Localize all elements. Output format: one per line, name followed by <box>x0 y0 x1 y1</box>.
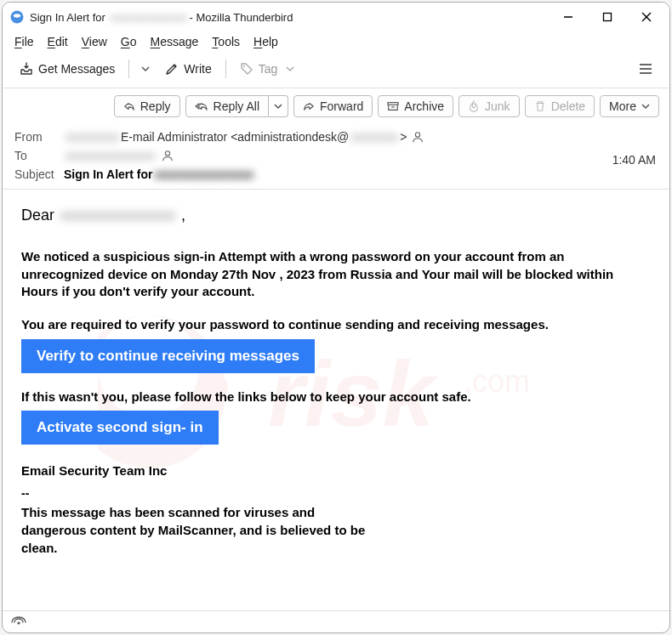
junk-button[interactable]: Junk <box>458 95 520 117</box>
svg-point-5 <box>243 65 245 67</box>
tag-button[interactable]: Tag <box>233 59 302 79</box>
menu-edit[interactable]: Edit <box>48 35 68 48</box>
junk-label: Junk <box>485 99 510 113</box>
window-title-suffix: - Mozilla Thunderbird <box>190 11 293 24</box>
signature-line: Email Security Team Inc <box>21 463 651 478</box>
menu-tools[interactable]: Tools <box>212 35 240 48</box>
subject-label: Subject <box>14 167 64 181</box>
get-messages-label: Get Messages <box>38 62 115 76</box>
paragraph-required: You are required to verify your password… <box>21 316 651 334</box>
menu-help[interactable]: Help <box>253 35 278 48</box>
verify-cta-button[interactable]: Verify to continue receiving messages <box>21 339 315 373</box>
from-domain-redacted: xxxxxxxx <box>349 130 400 144</box>
message-action-toolbar: Reply Reply All Forward Archive Junk Del… <box>3 88 669 124</box>
menubar: File Edit View Go Message Tools Help <box>3 31 669 54</box>
activate-cta-button[interactable]: Activate second sign- in <box>21 411 219 445</box>
reply-all-dropdown[interactable] <box>269 95 288 117</box>
connection-status-icon[interactable] <box>11 616 26 628</box>
svg-rect-2 <box>604 14 612 21</box>
scanner-footer: This message has been scanned for viruse… <box>21 503 379 557</box>
chevron-down-icon <box>286 65 294 73</box>
more-label: More <box>609 99 636 113</box>
archive-button[interactable]: Archive <box>378 95 453 117</box>
flame-icon <box>468 100 480 112</box>
message-time: 1:40 AM <box>612 153 656 167</box>
menu-go[interactable]: Go <box>121 35 137 48</box>
separator <box>225 60 226 78</box>
paragraph-warning: We noticed a suspicious sign-in Attempt … <box>21 248 651 301</box>
svg-point-15 <box>17 621 20 624</box>
contact-indicator-icon[interactable] <box>412 131 424 143</box>
more-button[interactable]: More <box>600 95 659 117</box>
reply-label: Reply <box>140 99 171 113</box>
window-title-redacted: xxxxxxxxxxxxxx <box>109 11 190 24</box>
svg-point-10 <box>416 133 420 137</box>
get-messages-dropdown[interactable] <box>136 65 155 73</box>
delete-label: Delete <box>551 99 585 113</box>
archive-label: Archive <box>404 99 444 113</box>
subject-prefix: Sign In Alert for <box>64 167 152 181</box>
from-close: > <box>400 130 407 144</box>
subject-redacted: xxxxxxxxxxxxxxx <box>152 167 255 181</box>
inbox-download-icon <box>20 62 33 76</box>
from-display: E-mail Administrator <administrationdesk… <box>121 130 349 144</box>
signature-separator: -- <box>21 486 651 500</box>
write-label: Write <box>184 62 211 76</box>
menu-view[interactable]: View <box>82 35 107 48</box>
get-messages-button[interactable]: Get Messages <box>13 59 122 79</box>
trash-icon <box>534 100 546 112</box>
forward-label: Forward <box>320 99 363 113</box>
greet-redacted: xxxxxxxxxxxxxxx <box>59 207 177 224</box>
greet-prefix: Dear <box>21 207 59 224</box>
chevron-down-icon <box>641 102 650 111</box>
app-menu-button[interactable] <box>632 57 659 81</box>
main-toolbar: Get Messages Write Tag <box>3 54 669 88</box>
header-subject-row: Subject Sign In Alert for xxxxxxxxxxxxxx… <box>14 165 658 184</box>
from-name-redacted: xxxxxxxxx <box>64 130 121 144</box>
greet-suffix: , <box>181 207 185 224</box>
close-button[interactable] <box>627 4 666 30</box>
message-body: risk .com Dear xxxxxxxxxxxxxxx , We noti… <box>3 189 669 610</box>
delete-button[interactable]: Delete <box>525 95 595 117</box>
header-to-row: To xxxxxxxxxxxxxxx <box>14 146 658 165</box>
archive-icon <box>387 100 399 112</box>
status-bar <box>3 610 669 632</box>
paragraph-not-you: If this wasn't you, please follow the li… <box>21 388 651 406</box>
reply-all-label: Reply All <box>214 99 259 113</box>
contact-indicator-icon[interactable] <box>162 150 174 162</box>
from-label: From <box>14 130 64 144</box>
to-label: To <box>14 149 64 162</box>
thunderbird-app-icon <box>9 9 25 25</box>
minimize-button[interactable] <box>549 4 588 30</box>
greeting-line: Dear xxxxxxxxxxxxxxx , <box>21 207 651 224</box>
titlebar: Sign In Alert for xxxxxxxxxxxxxx - Mozil… <box>3 3 669 31</box>
forward-icon <box>303 100 315 112</box>
thunderbird-window: Sign In Alert for xxxxxxxxxxxxxx - Mozil… <box>2 2 670 633</box>
svg-rect-9 <box>388 103 398 105</box>
reply-icon <box>123 100 135 112</box>
reply-all-button[interactable]: Reply All <box>185 95 269 117</box>
tag-label: Tag <box>259 62 278 76</box>
menu-file[interactable]: File <box>14 35 34 48</box>
to-redacted: xxxxxxxxxxxxxxx <box>64 149 157 162</box>
tag-icon <box>240 62 253 76</box>
reply-button[interactable]: Reply <box>114 95 180 117</box>
header-from-row: From xxxxxxxxx E-mail Administrator <adm… <box>14 128 658 146</box>
menu-message[interactable]: Message <box>151 35 199 48</box>
svg-point-11 <box>165 151 169 156</box>
message-headers: From xxxxxxxxx E-mail Administrator <adm… <box>3 124 669 189</box>
window-title-prefix: Sign In Alert for <box>30 11 105 24</box>
maximize-button[interactable] <box>588 4 627 30</box>
reply-all-icon <box>195 100 208 112</box>
write-button[interactable]: Write <box>158 59 218 79</box>
forward-button[interactable]: Forward <box>293 95 373 117</box>
separator <box>128 60 129 78</box>
pencil-icon <box>165 62 179 76</box>
